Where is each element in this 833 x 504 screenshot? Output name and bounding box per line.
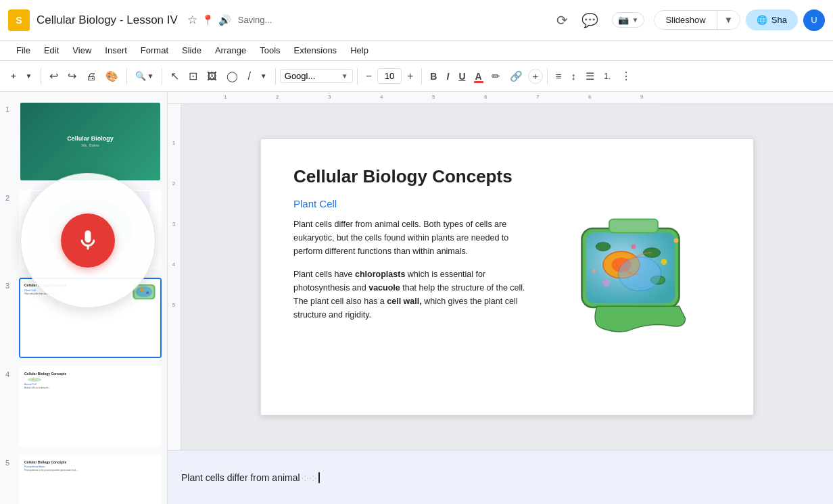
title-right: ⟳ 💬 📷 ▼ Slideshow ▼ 🌐 Sha U — [552, 9, 825, 31]
font-selector-container: Googl... ▼ — [280, 69, 353, 83]
svg-text:1: 1 — [224, 94, 227, 100]
location-icon[interactable]: 📍 — [201, 14, 214, 26]
star-icon[interactable]: ☆ — [187, 13, 197, 27]
menu-bar: File Edit View Insert Format Slide Arran… — [0, 41, 833, 61]
menu-extensions[interactable]: Extensions — [289, 43, 343, 57]
slide-thumb-4[interactable]: 4 Cellular Biology Concepts Animal Cell … — [0, 362, 167, 451]
text-color-button[interactable]: A — [471, 68, 486, 84]
italic-button[interactable]: I — [442, 68, 453, 84]
saving-status: Saving... — [238, 15, 272, 25]
line-spacing-button[interactable]: ↕ — [567, 68, 580, 84]
toolbar-divider-5 — [357, 68, 358, 84]
paint-format-button[interactable]: 🎨 — [101, 68, 122, 85]
print-button[interactable]: 🖨 — [82, 68, 100, 84]
toolbar-divider-6 — [421, 68, 422, 84]
zoom-button[interactable]: 🔍 ▼ — [131, 68, 158, 84]
svg-text:7: 7 — [536, 94, 540, 100]
font-size-increase-button[interactable]: + — [403, 68, 417, 85]
svg-point-8 — [136, 286, 152, 297]
shape-button[interactable]: ◯ — [222, 68, 242, 85]
para2-vacuole: vacuole — [368, 283, 400, 293]
para2-cell-wall: cell wall, — [387, 297, 421, 306]
toolbar: + ▼ ↩ ↪ 🖨 🎨 🔍 ▼ ↖ ⊡ 🖼 ◯ / ▼ Googl... ▼ −… — [0, 61, 833, 92]
toolbar-divider-4 — [275, 68, 276, 84]
vertical-ruler: 1 2 3 4 5 — [168, 104, 181, 450]
plant-cell-svg — [565, 216, 714, 338]
svg-text:3: 3 — [172, 221, 175, 227]
menu-slide[interactable]: Slide — [176, 43, 207, 57]
slideshow-button[interactable]: Slideshow — [654, 11, 716, 29]
image-insert-button[interactable]: 🖼 — [203, 68, 221, 84]
list-button[interactable]: ☰ — [581, 68, 598, 85]
share-button[interactable]: 🌐 Sha — [746, 9, 798, 30]
line-button[interactable]: / — [243, 68, 254, 85]
menu-format[interactable]: Format — [135, 43, 174, 57]
numbered-list-button[interactable]: 1. — [600, 68, 615, 84]
slide-preview-1[interactable]: Cellular Biology Ms. Boles — [19, 101, 162, 182]
slide1-title: Cellular Biology — [67, 135, 114, 142]
redo-button[interactable]: ↪ — [64, 67, 80, 85]
select-tool-button[interactable]: ⊡ — [185, 67, 201, 85]
notes-area[interactable]: Plant cells differ from animal ·:··:· — [168, 450, 833, 504]
menu-arrange[interactable]: Arrange — [210, 43, 252, 57]
avatar[interactable]: U — [803, 9, 825, 31]
svg-text:4: 4 — [380, 94, 383, 100]
content-area: 1 2 3 4 5 6 7 8 9 1 2 3 4 5 — [168, 92, 833, 504]
highlight-button[interactable]: ✏ — [487, 68, 504, 85]
undo-button[interactable]: ↩ — [45, 67, 62, 85]
svg-text:5: 5 — [432, 94, 435, 100]
insert-comment-button[interactable]: + — [528, 69, 543, 84]
svg-text:9: 9 — [640, 94, 644, 100]
main-layout: 1 Cellular Biology Ms. Boles 2 — [0, 92, 833, 504]
comments-button[interactable]: 💬 — [577, 9, 602, 31]
svg-text:3: 3 — [328, 94, 331, 100]
voice-icon[interactable]: 🔊 — [218, 14, 231, 26]
font-name[interactable]: Googl... — [285, 71, 339, 81]
para2-chloroplasts: chloroplasts — [355, 270, 405, 279]
cursor-tool-button[interactable]: ↖ — [166, 67, 183, 85]
menu-edit[interactable]: Edit — [39, 43, 64, 57]
zoom-dropdown: ▼ — [147, 72, 154, 80]
slide-preview-4[interactable]: Cellular Biology Concepts Animal Cell An… — [19, 366, 162, 447]
app-logo: S — [8, 9, 30, 31]
menu-insert[interactable]: Insert — [99, 43, 133, 57]
svg-point-12 — [32, 379, 34, 380]
camera-icon: 📷 — [618, 15, 629, 25]
history-button[interactable]: ⟳ — [552, 9, 572, 31]
align-button[interactable]: ≡ — [552, 68, 566, 84]
menu-help[interactable]: Help — [345, 43, 374, 57]
font-size-input[interactable] — [377, 68, 402, 84]
font-size-decrease-button[interactable]: − — [362, 68, 376, 85]
globe-icon: 🌐 — [757, 15, 767, 25]
title-icons: ☆ 📍 🔊 Saving... — [187, 13, 272, 27]
svg-point-10 — [146, 292, 149, 295]
line-dropdown-button[interactable]: ▼ — [256, 70, 271, 82]
bold-button[interactable]: B — [426, 68, 441, 84]
slide-thumb-5[interactable]: 5 Cellular Biology Concepts Photosynthes… — [0, 451, 167, 504]
slides-panel: 1 Cellular Biology Ms. Boles 2 — [0, 92, 168, 504]
toolbar-divider-3 — [162, 68, 162, 84]
add-button[interactable]: + — [7, 68, 20, 84]
slide4-mini-subtitle: Animal Cell — [24, 383, 156, 386]
svg-text:5: 5 — [172, 302, 175, 308]
slide-thumb-1[interactable]: 1 Cellular Biology Ms. Boles — [0, 97, 167, 186]
title-bar: S Cellular Biology - Lesson IV ☆ 📍 🔊 Sav… — [0, 0, 833, 41]
link-button[interactable]: 🔗 — [506, 68, 527, 85]
slide-subtitle: Plant Cell — [293, 198, 538, 209]
more-options-button[interactable]: ⋮ — [617, 67, 636, 85]
slide-preview-5[interactable]: Cellular Biology Concepts Photosynthesis… — [19, 455, 162, 504]
svg-text:8: 8 — [588, 94, 592, 100]
svg-text:2: 2 — [276, 94, 279, 100]
menu-tools[interactable]: Tools — [254, 43, 285, 57]
add-dropdown-button[interactable]: ▼ — [22, 70, 37, 82]
zoom-icon: 🔍 — [135, 71, 146, 81]
video-button[interactable]: 📷 ▼ — [608, 9, 648, 30]
menu-view[interactable]: View — [67, 43, 97, 57]
slideshow-dropdown-button[interactable]: ▼ — [717, 11, 740, 29]
microphone-button[interactable] — [61, 213, 115, 268]
svg-text:6: 6 — [484, 94, 487, 100]
underline-button[interactable]: U — [454, 68, 469, 84]
vertical-ruler-svg: 1 2 3 4 5 — [168, 118, 181, 388]
slide-main-title: Cellular Biology Concepts — [293, 166, 538, 187]
menu-file[interactable]: File — [11, 43, 36, 57]
